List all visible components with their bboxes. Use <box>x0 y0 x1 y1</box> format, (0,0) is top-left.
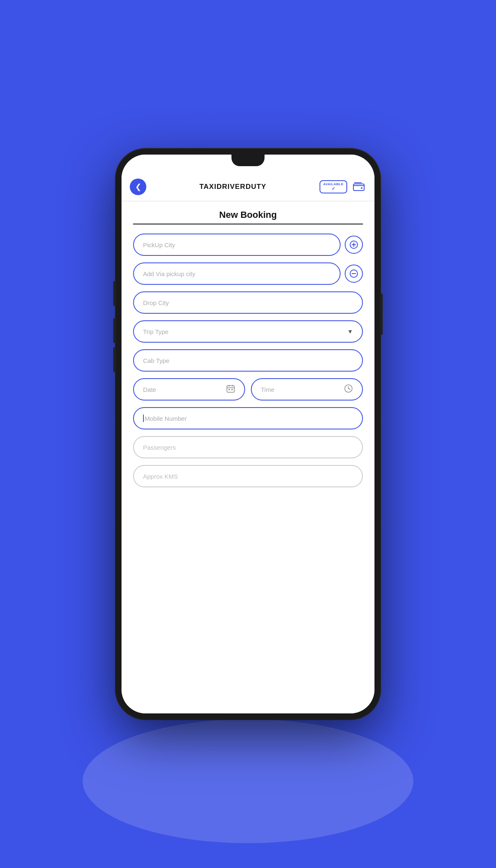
date-field[interactable]: Date <box>133 378 245 401</box>
pickup-city-field[interactable]: PickUp City <box>133 234 341 256</box>
approx-kms-placeholder: Approx KMS <box>143 473 178 480</box>
mobile-row: Mobile Number <box>133 407 363 429</box>
mobile-field[interactable]: Mobile Number <box>133 407 363 429</box>
form-section: PickUp City Add Via <box>133 234 363 487</box>
app-title: TAXIDRIVERDUTY <box>199 183 266 191</box>
approx-kms-row: Approx KMS <box>133 465 363 487</box>
time-placeholder: Time <box>261 386 274 393</box>
phone-outer: ❮ TAXIDRIVERDUTY AVAILABLE ✓ <box>116 149 380 719</box>
passengers-field[interactable]: Passengers <box>133 436 363 458</box>
svg-point-1 <box>361 187 362 189</box>
mobile-placeholder: Mobile Number <box>145 415 187 422</box>
time-field[interactable]: Time <box>251 378 363 401</box>
available-check-icon: ✓ <box>331 186 336 191</box>
via-pickup-row: Add Via pickup city <box>133 262 363 285</box>
content-area: New Booking PickUp City <box>122 201 374 713</box>
passengers-row: Passengers <box>133 436 363 458</box>
svg-rect-7 <box>227 386 234 392</box>
passengers-placeholder: Passengers <box>143 444 176 451</box>
cab-type-field[interactable]: Cab Type <box>133 349 363 372</box>
trip-type-placeholder: Trip Type <box>143 328 169 335</box>
svg-rect-0 <box>353 184 364 191</box>
clock-icon <box>344 384 353 395</box>
calendar-icon <box>226 384 235 395</box>
remove-via-button[interactable] <box>345 265 363 283</box>
drop-city-placeholder: Drop City <box>143 299 169 306</box>
back-icon: ❮ <box>135 182 141 191</box>
phone-screen: ❮ TAXIDRIVERDUTY AVAILABLE ✓ <box>122 155 374 713</box>
notch <box>231 155 265 166</box>
trip-type-field[interactable]: Trip Type ▼ <box>133 320 363 343</box>
trip-type-dropdown-icon: ▼ <box>347 328 353 335</box>
available-label: AVAILABLE <box>323 182 343 186</box>
via-pickup-placeholder: Add Via pickup city <box>143 270 195 277</box>
drop-city-row: Drop City <box>133 291 363 314</box>
cab-type-placeholder: Cab Type <box>143 357 169 364</box>
notch-bar <box>122 155 374 174</box>
date-time-row: Date <box>133 378 363 401</box>
pickup-city-placeholder: PickUp City <box>143 241 175 248</box>
date-placeholder: Date <box>143 386 156 393</box>
nav-bar: ❮ TAXIDRIVERDUTY AVAILABLE ✓ <box>122 174 374 201</box>
svg-rect-11 <box>229 389 230 390</box>
available-badge: AVAILABLE ✓ <box>320 180 347 193</box>
trip-type-row: Trip Type ▼ <box>133 320 363 343</box>
add-pickup-button[interactable] <box>345 236 363 254</box>
approx-kms-field[interactable]: Approx KMS <box>133 465 363 487</box>
phone-wrapper: ❮ TAXIDRIVERDUTY AVAILABLE ✓ <box>116 149 380 719</box>
pickup-city-row: PickUp City <box>133 234 363 256</box>
cab-type-row: Cab Type <box>133 349 363 372</box>
via-pickup-field[interactable]: Add Via pickup city <box>133 262 341 285</box>
back-button[interactable]: ❮ <box>130 179 146 195</box>
page-title: New Booking <box>133 210 363 224</box>
cursor-indicator <box>143 415 144 422</box>
wallet-icon <box>351 179 366 194</box>
svg-line-15 <box>348 389 350 389</box>
drop-city-field[interactable]: Drop City <box>133 291 363 314</box>
nav-icons: AVAILABLE ✓ <box>320 179 366 194</box>
svg-rect-12 <box>231 389 233 390</box>
